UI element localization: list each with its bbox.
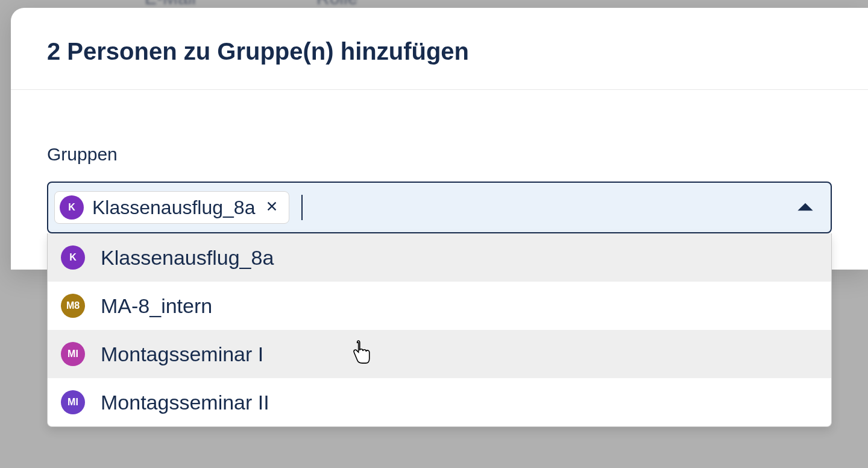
group-option-label: MA-8_intern xyxy=(101,294,212,318)
remove-chip-button[interactable] xyxy=(263,199,280,216)
selected-group-chip: K Klassenausflug_8a xyxy=(54,191,289,224)
groups-combobox: K Klassenausflug_8a K xyxy=(47,182,832,233)
group-option-montagsseminar-1[interactable]: MI Montagsseminar I xyxy=(48,330,831,378)
group-option-klassenausflug-8a[interactable]: K Klassenausflug_8a xyxy=(48,233,831,282)
groups-dropdown: K Klassenausflug_8a M8 MA-8_intern MI Mo… xyxy=(47,233,832,427)
groups-field-label: Gruppen xyxy=(47,144,832,165)
modal-title: 2 Personen zu Gruppe(n) hinzufügen xyxy=(11,8,868,90)
group-option-montagsseminar-2[interactable]: MI Montagsseminar II xyxy=(48,378,831,426)
combobox-toggle[interactable] xyxy=(792,195,819,221)
group-avatar: MI xyxy=(61,342,85,366)
groups-input-area[interactable]: K Klassenausflug_8a xyxy=(47,182,832,233)
group-option-ma8-intern[interactable]: M8 MA-8_intern xyxy=(48,282,831,330)
pointer-cursor-icon xyxy=(351,338,372,365)
close-icon xyxy=(265,200,278,215)
text-caret xyxy=(301,195,303,220)
group-option-label: Montagsseminar I xyxy=(101,343,263,366)
group-avatar: K xyxy=(60,195,84,220)
selected-group-label: Klassenausflug_8a xyxy=(92,197,255,219)
modal-body: Gruppen K Klassenausflug_8a xyxy=(11,90,868,233)
group-avatar: MI xyxy=(61,390,85,414)
group-option-label: Montagsseminar II xyxy=(101,391,269,414)
group-avatar: K xyxy=(61,245,85,270)
group-option-label: Klassenausflug_8a xyxy=(101,246,274,270)
add-persons-to-groups-modal: 2 Personen zu Gruppe(n) hinzufügen Grupp… xyxy=(11,8,868,270)
chevron-up-icon xyxy=(794,195,817,221)
group-avatar: M8 xyxy=(61,294,85,318)
